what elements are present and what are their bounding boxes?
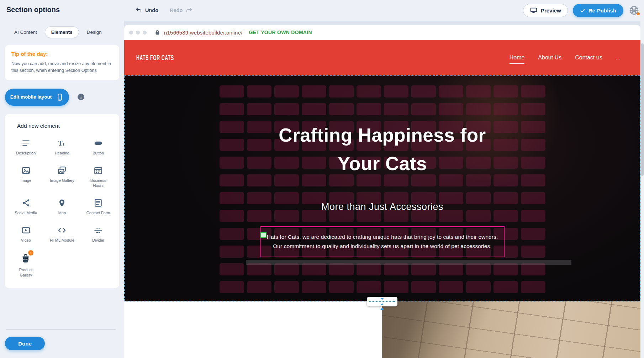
- tab-design[interactable]: Design: [80, 26, 108, 38]
- edit-mobile-row: Edit mobile layout i: [5, 89, 119, 106]
- hero-pattern-tile: [521, 121, 545, 133]
- shop-badge-label: SHOP: [23, 258, 28, 260]
- history-controls: Undo Redo: [135, 0, 192, 21]
- element-map[interactable]: Map: [44, 198, 80, 216]
- element-description[interactable]: Description: [8, 138, 44, 156]
- hero-pattern-tile: [247, 281, 271, 293]
- hero-paragraph[interactable]: Hats for Cats, we are dedicated to craft…: [264, 232, 501, 251]
- site-url[interactable]: n1566589.websitebuilder.online/: [164, 30, 243, 36]
- undo-icon: [135, 7, 142, 14]
- hero-pattern-tile: [466, 103, 491, 115]
- element-label: Map: [58, 210, 66, 216]
- element-image-gallery[interactable]: Image Gallery: [44, 166, 80, 189]
- map-icon: [57, 198, 67, 207]
- get-domain-link[interactable]: GET YOUR OWN DOMAIN: [249, 30, 312, 35]
- undo-button[interactable]: Undo: [135, 7, 158, 14]
- hero-pattern-tile: [357, 103, 381, 115]
- hero-pattern-tile: [466, 281, 491, 293]
- hero-pattern-tile: [274, 281, 299, 293]
- element-heading[interactable]: Tt Heading: [44, 138, 80, 156]
- hero-pattern-tile: [384, 263, 408, 275]
- done-button[interactable]: Done: [5, 337, 45, 350]
- selected-text-element[interactable]: Hats for Cats, we are dedicated to craft…: [260, 226, 505, 257]
- hero-heading[interactable]: Crafting Happiness for Your Cats: [262, 121, 503, 178]
- nav-more[interactable]: ...: [616, 54, 621, 61]
- republish-button[interactable]: Re-Publish: [573, 4, 623, 17]
- hero-pattern-tile: [329, 103, 354, 115]
- website-page: HATS FOR CATS Home About Us Contact us .…: [124, 40, 640, 358]
- element-html-module[interactable]: HTML Module: [44, 226, 80, 243]
- nav-home[interactable]: Home: [510, 54, 525, 61]
- tip-body: Now you can add, move and resize any ele…: [11, 60, 113, 74]
- hero-pattern-tile: [220, 246, 244, 258]
- hero-pattern-tile: [302, 103, 326, 115]
- site-header: HATS FOR CATS Home About Us Contact us .…: [124, 40, 640, 75]
- hero-pattern-tile: [329, 263, 354, 275]
- element-label: Description: [16, 151, 36, 156]
- element-button[interactable]: Button: [80, 138, 116, 156]
- site-logo[interactable]: HATS FOR CATS: [136, 54, 174, 62]
- hero-section-selected[interactable]: Crafting Happiness for Your Cats More th…: [124, 75, 640, 301]
- hero-pattern-tile: [220, 85, 244, 98]
- hero-pattern-tile: [220, 174, 244, 186]
- element-label: Heading: [55, 151, 69, 156]
- site-nav: Home About Us Contact us ...: [510, 54, 621, 61]
- notification-dot: [637, 12, 640, 15]
- image-gallery-icon: [57, 166, 67, 175]
- element-business-hours[interactable]: Business Hours: [80, 166, 116, 189]
- hero-pattern-tile: [274, 85, 299, 98]
- hero-pattern-tile: [439, 263, 463, 275]
- preview-button[interactable]: Preview: [523, 4, 568, 17]
- nav-about-us[interactable]: About Us: [538, 54, 561, 61]
- hero-pattern-tile: [302, 281, 326, 293]
- sidebar-divider: [6, 329, 116, 330]
- hero-pattern-tile: [274, 263, 299, 275]
- tab-ai-content[interactable]: AI Content: [8, 26, 43, 38]
- element-label: Button: [93, 151, 104, 156]
- nav-contact-us[interactable]: Contact us: [575, 54, 602, 61]
- undo-label: Undo: [145, 7, 158, 13]
- scrollbar-thumb[interactable]: [641, 43, 644, 176]
- contact-form-icon: [94, 198, 103, 207]
- hero-pattern-tile: [439, 85, 463, 98]
- section-resize-handle[interactable]: [367, 297, 397, 306]
- hero-pattern-tile: [521, 174, 545, 186]
- lock-icon: [154, 30, 160, 36]
- hero-pattern-tile: [521, 157, 545, 169]
- hero-pattern-tile: [247, 85, 271, 98]
- element-drag-handle[interactable]: [260, 232, 266, 238]
- preview-label: Preview: [541, 7, 561, 14]
- element-label: Image Gallery: [50, 178, 74, 183]
- hero-pattern-tile: [357, 263, 381, 275]
- page-title: Section options: [6, 6, 60, 14]
- business-hours-icon: [94, 166, 103, 175]
- window-dot: [129, 31, 133, 35]
- hero-pattern-tile: [357, 85, 381, 98]
- hero-pattern-tile: [274, 103, 299, 115]
- hero-pattern-tile: [439, 281, 463, 293]
- hero-pattern-tile: [466, 263, 491, 275]
- element-label: Video: [21, 238, 31, 243]
- redo-label: Redo: [170, 7, 183, 13]
- arrow-up-icon: [380, 307, 384, 310]
- redo-button[interactable]: Redo: [170, 7, 192, 14]
- hero-pattern-tile: [521, 263, 545, 275]
- element-social-media[interactable]: Social Media: [8, 198, 44, 216]
- topbar-actions: Preview Re-Publish: [523, 0, 640, 21]
- hero-pattern-tile: [302, 85, 326, 98]
- element-video[interactable]: Video: [8, 226, 44, 243]
- edit-mobile-layout-button[interactable]: Edit mobile layout: [5, 89, 69, 106]
- hero-pattern-tile: [521, 281, 545, 293]
- canvas-scrollbar[interactable]: [640, 21, 644, 358]
- language-globe-button[interactable]: [628, 5, 640, 16]
- section-options-sidebar: AI Content Elements Design Tip of the da…: [0, 21, 124, 358]
- element-product-gallery[interactable]: SHOP ↑ Product Gallery: [8, 253, 44, 278]
- element-label: Image: [21, 178, 32, 183]
- element-contact-form[interactable]: Contact Form: [80, 198, 116, 216]
- hero-subheading[interactable]: More than Just Accessories: [125, 201, 640, 212]
- info-icon[interactable]: i: [78, 94, 84, 100]
- hero-pattern-tile: [247, 103, 271, 115]
- element-image[interactable]: Image: [8, 166, 44, 189]
- tab-elements[interactable]: Elements: [45, 26, 79, 38]
- element-divider[interactable]: Divider: [80, 226, 116, 243]
